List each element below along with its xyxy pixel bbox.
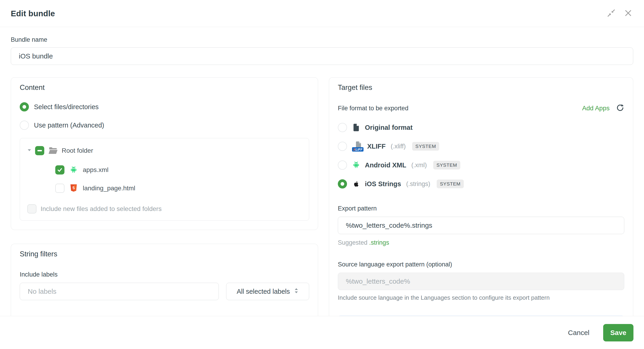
refresh-icon[interactable] [616,104,624,113]
bundle-name-field: Bundle name [11,36,633,65]
android-icon [352,161,360,169]
cancel-button[interactable]: Cancel [568,329,590,336]
source-pattern-helper: Include source language in the Languages… [338,294,624,301]
target-files-card: Target files File format to be exported … [329,77,633,316]
file-icon [352,123,360,132]
radio-off-icon [338,160,347,170]
format-ext: (.xliff) [391,143,406,150]
tree-row-file[interactable]: apps.xml [24,162,304,177]
format-row-android-xml[interactable]: Android XML (.xml) SYSTEM [338,159,624,172]
page-title: Edit bundle [11,9,55,18]
system-badge: SYSTEM [412,142,439,151]
collapse-icon [606,8,616,18]
file-tree: Root folder [20,138,309,220]
format-name: Original format [365,124,412,132]
file-checkbox-checked[interactable] [55,165,64,174]
tree-row-root[interactable]: Root folder [24,143,304,158]
target-files-title: Target files [338,84,624,92]
labels-input[interactable] [20,283,219,300]
bundle-name-label: Bundle name [11,36,633,43]
format-row-ios-strings[interactable]: iOS Strings (.strings) SYSTEM [338,178,624,190]
select-files-label: Select files/directories [34,103,98,111]
close-button[interactable] [623,8,633,18]
string-filters-title: String filters [20,250,309,258]
labels-mode-value: All selected labels [237,288,290,295]
apple-icon [352,180,360,188]
suggested-strings-link[interactable]: .strings [369,239,389,246]
svg-text:5: 5 [72,186,74,190]
include-new-files-row[interactable]: Include new files added to selected fold… [24,202,304,216]
source-pattern-label: Source language export pattern (optional… [338,261,624,268]
format-name: XLIFF [367,143,386,150]
tree-row-file[interactable]: 5 landing_page.html [24,181,304,196]
header-actions [606,8,633,18]
file-name: apps.xml [83,166,108,174]
export-pattern-label: Export pattern [338,205,624,212]
format-label: File format to be exported [338,105,408,112]
html5-file-icon: 5 [70,184,78,192]
add-apps-link[interactable]: Add Apps [582,104,610,112]
select-files-radio[interactable]: Select files/directories [20,102,309,112]
use-pattern-label: Use pattern (Advanced) [34,122,104,129]
include-labels-label: Include labels [20,271,309,278]
format-ext: (.xml) [411,162,426,169]
radio-off-icon [338,142,347,151]
caret-down-icon[interactable] [27,148,32,153]
collapse-button[interactable] [606,8,616,18]
android-file-icon [70,166,78,174]
root-checkbox-indeterminate[interactable] [35,146,44,155]
format-row-original[interactable]: Original format [338,121,624,134]
radio-on-icon [20,102,29,112]
include-new-checkbox[interactable] [27,204,36,214]
suggested-hint: Suggested .strings [338,239,624,246]
use-pattern-radio[interactable]: Use pattern (Advanced) [20,120,309,130]
format-row-xliff[interactable]: XLIFF XLIFF (.xliff) SYSTEM [338,140,624,153]
labels-mode-select[interactable]: All selected labels [226,283,309,300]
root-folder-label: Root folder [62,147,93,154]
radio-on-icon [338,179,347,188]
include-new-label: Include new files added to selected fold… [40,205,162,212]
source-pattern-input [338,273,624,290]
modal-body: Bundle name Content Select files/directo… [0,27,644,316]
file-checkbox-unchecked[interactable] [55,184,64,193]
system-badge: SYSTEM [433,161,460,170]
format-ext: (.strings) [406,180,430,188]
content-card: Content Select files/directories Use pat… [11,77,318,230]
modal-header: Edit bundle [0,0,644,27]
content-title: Content [20,84,309,92]
folder-open-icon [48,146,58,156]
edit-bundle-modal: Edit bundle [0,0,644,349]
radio-off-icon [338,123,347,132]
sort-arrows-icon [294,288,298,296]
modal-footer: Cancel Save [0,316,644,349]
string-filters-card: String filters Include labels All select… [11,244,318,316]
format-name: Android XML [365,162,406,169]
xliff-file-icon: XLIFF [352,140,362,152]
bundle-name-input[interactable] [11,48,633,65]
radio-off-icon [20,120,29,130]
close-icon [624,8,633,18]
file-name: landing_page.html [83,184,135,192]
save-button[interactable]: Save [603,324,634,342]
format-name: iOS Strings [365,180,401,188]
export-pattern-input[interactable] [338,217,624,234]
system-badge: SYSTEM [437,180,464,188]
